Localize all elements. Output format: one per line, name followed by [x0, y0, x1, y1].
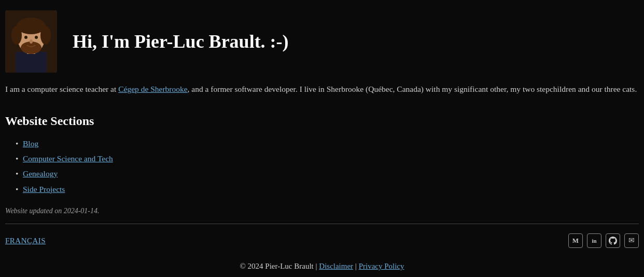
github-svg	[609, 237, 617, 245]
disclaimer-link[interactable]: Disclaimer	[319, 262, 353, 270]
language-toggle[interactable]: FRANÇAIS	[5, 235, 46, 247]
page-title: Hi, I'm Pier-Luc Brault. :-)	[73, 27, 289, 56]
list-item: Blog	[16, 137, 639, 149]
list-item: Computer Science and Tech	[16, 153, 639, 164]
bottom-footer: © 2024 Pier-Luc Brault | Disclaimer | Pr…	[5, 252, 639, 277]
mastodon-icon[interactable]: M	[568, 233, 583, 248]
blog-link[interactable]: Blog	[23, 139, 38, 148]
svg-point-5	[11, 26, 22, 45]
side-projects-link[interactable]: Side Projects	[23, 185, 65, 193]
list-item: Side Projects	[16, 183, 639, 195]
social-icons-group: M in ✉	[568, 233, 639, 248]
privacy-policy-link[interactable]: Privacy Policy	[359, 262, 404, 270]
update-notice: Website updated on 2024-01-14.	[5, 205, 639, 216]
sections-list: Blog Computer Science and Tech Genealogy…	[5, 137, 639, 195]
copyright-text: © 2024 Pier-Luc Brault	[240, 262, 313, 270]
svg-point-6	[40, 26, 51, 45]
genealogy-link[interactable]: Genealogy	[23, 169, 58, 178]
svg-rect-1	[16, 52, 47, 73]
footer-divider	[5, 224, 639, 224]
cs-tech-link[interactable]: Computer Science and Tech	[23, 154, 113, 163]
bio-text-before: I am a computer science teacher at	[5, 85, 118, 93]
college-link[interactable]: Cégep de Sherbrooke	[118, 85, 187, 93]
github-icon[interactable]	[606, 233, 620, 248]
footer-nav: FRANÇAIS M in ✉	[5, 229, 639, 252]
linkedin-icon[interactable]: in	[587, 233, 601, 248]
avatar	[5, 10, 57, 73]
svg-point-8	[24, 36, 27, 39]
email-icon[interactable]: ✉	[624, 233, 639, 248]
hero-section: Hi, I'm Pier-Luc Brault. :-)	[5, 0, 639, 81]
svg-point-10	[30, 39, 33, 44]
bio-text-after: , and a former software developer. I liv…	[188, 85, 637, 93]
svg-point-9	[35, 36, 38, 39]
list-item: Genealogy	[16, 168, 639, 179]
bio-paragraph: I am a computer science teacher at Cégep…	[5, 81, 638, 106]
sections-heading: Website Sections	[5, 112, 639, 130]
